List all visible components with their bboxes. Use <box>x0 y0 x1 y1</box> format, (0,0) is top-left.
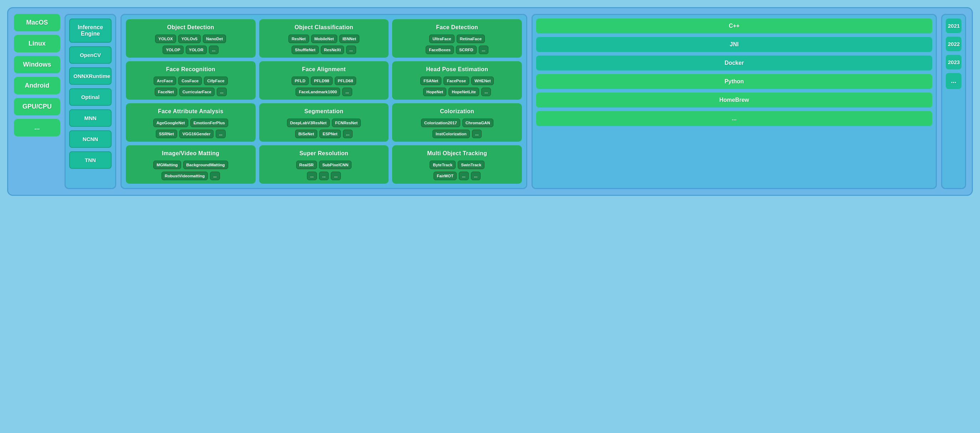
tag-seg-more[interactable]: ... <box>343 130 353 138</box>
tag-realsr[interactable]: RealSR <box>296 160 317 169</box>
tag-nanodet[interactable]: NanoDet <box>203 35 226 43</box>
category-row-4: Image/Video Matting MGMatting Background… <box>126 145 522 184</box>
category-row-2: Face Recognition ArcFace CosFace CifpFac… <box>126 61 522 100</box>
tag-cifpface[interactable]: CifpFace <box>204 76 228 85</box>
face-recognition-tags-1: ArcFace CosFace CifpFace <box>129 76 252 85</box>
year-2023[interactable]: 2023 <box>946 55 961 70</box>
tag-faceboxes[interactable]: FaceBoxes <box>426 46 454 54</box>
tag-pfld68[interactable]: PFLD68 <box>335 76 356 85</box>
year-2022[interactable]: 2022 <box>946 36 961 51</box>
mot-tags-1: ByteTrack SwinTrack <box>396 160 518 169</box>
tag-hopenet[interactable]: HopeNet <box>423 87 446 96</box>
lang-jni[interactable]: JNI <box>536 37 932 52</box>
tag-od-more[interactable]: ... <box>209 46 219 54</box>
face-recognition-title: Face Recognition <box>129 65 252 74</box>
tag-swintrack[interactable]: SwinTrack <box>458 160 484 169</box>
tag-fa-more[interactable]: ... <box>342 87 352 96</box>
year-2021[interactable]: 2021 <box>946 19 961 33</box>
tag-oc-more[interactable]: ... <box>346 46 356 54</box>
tag-faa-more[interactable]: ... <box>216 130 226 138</box>
tag-chromagan[interactable]: ChromaGAN <box>462 119 493 127</box>
tag-yolox[interactable]: YOLOX <box>155 35 176 43</box>
face-attribute-tags-1: AgeGoogleNet EmotionFerPlus <box>129 119 252 127</box>
tag-whenet[interactable]: WHENet <box>471 76 494 85</box>
tag-hp-more[interactable]: ... <box>481 87 491 96</box>
face-attribute-tags-2: SSRNet VGG16Gender ... <box>129 130 252 138</box>
engine-mnn[interactable]: MNN <box>69 109 111 127</box>
tag-scrfd[interactable]: SCRFD <box>456 46 477 54</box>
tag-yolov5[interactable]: YOLOv5 <box>178 35 201 43</box>
tag-col-more[interactable]: ... <box>472 130 482 138</box>
tag-shufflenet[interactable]: ShuffleNet <box>292 46 319 54</box>
tag-resnext[interactable]: ResNeXt <box>321 46 344 54</box>
tag-yolor[interactable]: YOLOR <box>186 46 207 54</box>
tag-mot-more2[interactable]: ... <box>471 171 481 180</box>
tag-ssrnet[interactable]: SSRNet <box>156 130 177 138</box>
tag-pfld98[interactable]: PFLD98 <box>311 76 332 85</box>
engine-onnxruntime[interactable]: ONNXRuntime <box>69 67 111 85</box>
langs-column: C++ JNI Docker Python HomeBrew ... <box>531 14 937 189</box>
tag-bytetrack[interactable]: ByteTrack <box>430 160 456 169</box>
year-more[interactable]: ... <box>946 73 961 89</box>
tag-facepose[interactable]: FacePose <box>444 76 469 85</box>
tag-fsanet[interactable]: FSANet <box>420 76 442 85</box>
tag-facelm1000[interactable]: FaceLandmark1000 <box>296 87 340 96</box>
os-item-android[interactable]: Android <box>14 77 60 94</box>
tag-yolop[interactable]: YOLOP <box>162 46 183 54</box>
os-item-linux[interactable]: Linux <box>14 35 60 52</box>
os-item-more[interactable]: ... <box>14 119 60 136</box>
tag-colorization2017[interactable]: Colorization2017 <box>421 119 460 127</box>
tag-mobilenet[interactable]: MobileNet <box>311 35 337 43</box>
engine-optinal[interactable]: Optinal <box>69 88 111 106</box>
tag-retinaface[interactable]: RetinaFace <box>457 35 485 43</box>
tag-espnet[interactable]: ESPNet <box>320 130 341 138</box>
lang-homebrew[interactable]: HomeBrew <box>536 93 932 108</box>
os-item-windows[interactable]: Windows <box>14 56 60 73</box>
tag-fcnresnet[interactable]: FCNResNet <box>332 119 361 127</box>
engine-inference[interactable]: Inference Engine <box>69 19 111 43</box>
tag-fr-more[interactable]: ... <box>217 87 227 96</box>
tag-sr-more2[interactable]: ... <box>319 171 329 180</box>
tag-ibnnet[interactable]: IBNNet <box>339 35 360 43</box>
face-detection-title: Face Detection <box>396 23 518 32</box>
tag-mot-more1[interactable]: ... <box>459 171 469 180</box>
tag-bisenet[interactable]: BiSeNet <box>295 130 317 138</box>
engine-opencv[interactable]: OpenCV <box>69 46 111 64</box>
tag-agegooglenet[interactable]: AgeGoogleNet <box>153 119 188 127</box>
block-mot: Multi Object Tracking ByteTrack SwinTrac… <box>392 145 522 184</box>
tag-curricularface[interactable]: CurricularFace <box>179 87 215 96</box>
tag-fd-more[interactable]: ... <box>479 46 489 54</box>
tag-fairmot[interactable]: FairMOT <box>433 171 457 180</box>
tag-mat-more[interactable]: ... <box>210 171 220 180</box>
lang-more[interactable]: ... <box>536 111 932 126</box>
tag-mgmatting[interactable]: MGMatting <box>153 160 181 169</box>
block-object-detection: Object Detection YOLOX YOLOv5 NanoDet YO… <box>126 19 256 58</box>
category-row-1: Object Detection YOLOX YOLOv5 NanoDet YO… <box>126 19 522 58</box>
object-classification-tags-1: ResNet MobileNet IBNNet <box>263 35 385 43</box>
tag-subpixelcnn[interactable]: SubPixelCNN <box>319 160 352 169</box>
tag-emotionferplus[interactable]: EmotionFerPlus <box>190 119 228 127</box>
tag-resnet[interactable]: ResNet <box>288 35 309 43</box>
tag-sr-more3[interactable]: ... <box>331 171 341 180</box>
super-resolution-tags-1: RealSR SubPixelCNN <box>263 160 385 169</box>
os-item-macos[interactable]: MacOS <box>14 14 60 31</box>
lang-python[interactable]: Python <box>536 74 932 89</box>
tag-backgroundmatting[interactable]: BackgroundMatting <box>183 160 228 169</box>
tag-instcolorization[interactable]: InstColorization <box>433 130 470 138</box>
engine-ncnn[interactable]: NCNN <box>69 130 111 148</box>
tag-hopenetlite[interactable]: HopeNetLite <box>449 87 479 96</box>
lang-cpp[interactable]: C++ <box>536 19 932 33</box>
tag-robustvidomat[interactable]: RobustVideomatting <box>161 171 208 180</box>
engine-tnn[interactable]: TNN <box>69 151 111 169</box>
tag-sr-more1[interactable]: ... <box>307 171 317 180</box>
tag-pfld[interactable]: PFLD <box>292 76 309 85</box>
tag-deeplabv3resnet[interactable]: DeepLabV3ResNet <box>287 119 330 127</box>
tag-vgg16gender[interactable]: VGG16Gender <box>179 130 214 138</box>
tag-facenet[interactable]: FaceNet <box>155 87 177 96</box>
tag-arcface[interactable]: ArcFace <box>154 76 176 85</box>
tag-cosface[interactable]: CosFace <box>178 76 202 85</box>
lang-docker[interactable]: Docker <box>536 56 932 70</box>
tag-ultraface[interactable]: UltraFace <box>429 35 454 43</box>
block-colorization: Colorization Colorization2017 ChromaGAN … <box>392 103 522 142</box>
os-item-gpu-cpu[interactable]: GPU/CPU <box>14 98 60 115</box>
